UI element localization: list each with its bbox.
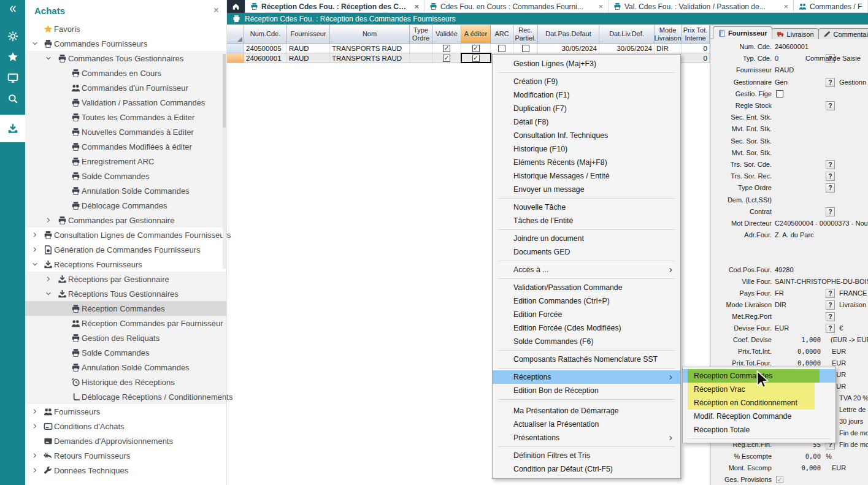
tab-home[interactable] <box>227 0 245 13</box>
help-button[interactable]: ? <box>826 207 835 216</box>
cell-dat-liv-def[interactable]: 30/05/2024 <box>599 44 655 53</box>
chevron-right-icon[interactable] <box>44 216 53 224</box>
sidebar-item-historique-des-receptions[interactable]: Historique des Réceptions <box>25 375 226 389</box>
help-button[interactable]: ? <box>826 101 835 110</box>
menu-item-actualiser-la-presentation[interactable]: Actualiser la Présentation <box>493 418 680 431</box>
cell-validee[interactable]: ✓ <box>432 53 461 63</box>
column-header-prix-tot-interne[interactable]: Prix Tot. Interne <box>682 25 710 44</box>
menu-item-receptions[interactable]: Réceptions <box>493 370 680 384</box>
column-header-dat-pas-defaut[interactable]: Dat.Pas.Defaut <box>538 25 599 44</box>
menu-item-modification-f1[interactable]: Modification (F1) <box>493 88 680 102</box>
sidebar-item-generation-de-commandes-fournisseurs[interactable]: Génération de Commandes Fournisseurs <box>25 242 226 257</box>
menu-item-edition-forcee-cdes-modifiees[interactable]: Edition Forcée (Cdes Modifiées) <box>493 321 680 335</box>
menu-item-joindre-un-document[interactable]: Joindre un document <box>493 232 680 245</box>
sidebar-item-retours-fournisseurs[interactable]: Retours Fournisseurs <box>25 448 226 463</box>
sidebar-item-deblocage-receptions-conditionnements[interactable]: Déblocage Réceptions / Conditionnements <box>25 389 226 404</box>
checkbox-checked-gray[interactable]: ✓ <box>776 476 783 483</box>
row-selector[interactable] <box>227 44 244 53</box>
cell-mode-livraison[interactable]: DIR <box>655 44 682 53</box>
column-header-nom[interactable]: Nom <box>330 25 410 44</box>
sidebar-scrollbar[interactable] <box>223 54 226 269</box>
sidebar-item-nouvelles-commandes-a-editer[interactable]: Nouvelles Commandes à Editer <box>25 124 226 139</box>
cell-arc[interactable] <box>491 44 513 53</box>
sidebar-item-commandes-par-gestionnaire[interactable]: Commandes par Gestionnaire <box>25 213 226 227</box>
cell-a-editer[interactable]: ✓ <box>461 44 491 53</box>
panel-tab-commentai[interactable]: Commentai <box>818 28 868 39</box>
help-button[interactable]: ? <box>826 160 835 169</box>
chevron-right-icon[interactable] <box>44 275 53 283</box>
menu-item-composants-rattaches-nomenclature-sst[interactable]: Composants Rattachés Nomenclature SST <box>493 353 680 366</box>
rail-item-collapse-sidebar[interactable] <box>0 0 25 17</box>
tab-close-icon[interactable]: × <box>783 2 788 11</box>
submenu-item-reception-vrac[interactable]: Réception Vrac <box>683 383 835 396</box>
chevron-down-icon[interactable] <box>44 54 53 63</box>
help-button[interactable]: ? <box>826 324 835 333</box>
chevron-right-icon[interactable] <box>31 466 39 475</box>
column-header-validee[interactable]: Validée <box>432 25 461 44</box>
checkbox-checked[interactable]: ✓ <box>472 55 480 62</box>
menu-item-documents-ged[interactable]: Documents GED <box>493 245 680 259</box>
menu-item-presentations[interactable]: Présentations <box>493 431 680 445</box>
sidebar-item-annulation-solde-commandes[interactable]: Annulation Solde Commandes <box>25 360 226 375</box>
cell-nom[interactable]: TRANSPORTS RAUD <box>330 44 410 53</box>
sidebar-item-deblocage-commandes[interactable]: Déblocage Commandes <box>25 198 226 213</box>
menu-item-edition-bon-de-reception[interactable]: Edition Bon de Réception <box>493 384 680 397</box>
menu-item-duplication-f7[interactable]: Duplication (F7) <box>493 102 680 115</box>
sidebar-item-consultation-lignes-de-commandes-fournisseurs[interactable]: Consultation Lignes de Commandes Fournis… <box>25 227 226 242</box>
sidebar-item-receptions-tous-gestionnaires[interactable]: Réceptions Tous Gestionnaires <box>25 286 226 301</box>
cell-num-cde[interactable]: 240500005 <box>244 44 287 53</box>
cell-prix-tot-interne[interactable]: 0 <box>682 44 710 53</box>
sidebar-item-reception-commandes[interactable]: Réception Commandes <box>25 301 226 316</box>
menu-item-creation-f9[interactable]: Création (F9) <box>493 75 680 88</box>
menu-item-condition-par-defaut-ctrl-f5[interactable]: Condition par Défaut (Ctrl-F5) <box>493 462 680 476</box>
checkbox-unchecked[interactable] <box>498 45 505 52</box>
help-button[interactable]: ? <box>826 312 835 321</box>
sidebar-item-gestion-des-reliquats[interactable]: Gestion des Reliquats <box>25 330 226 345</box>
tab-close-icon[interactable]: × <box>598 2 603 11</box>
chevron-down-icon[interactable] <box>31 39 39 48</box>
sidebar-item-validation-passation-commandes[interactable]: Validation / Passation Commandes <box>25 95 226 110</box>
grid-corner-cell[interactable] <box>227 25 244 44</box>
rail-item-settings[interactable] <box>0 26 25 47</box>
sidebar-item-conditions-d-achats[interactable]: Conditions d'Achats <box>25 419 226 433</box>
sidebar-item-commandes-en-cours[interactable]: Commandes en Cours <box>25 66 226 80</box>
chevron-right-icon[interactable] <box>31 451 39 460</box>
cell-rec-partiel[interactable] <box>513 44 538 53</box>
sidebar-item-fournisseurs[interactable]: Fournisseurs <box>25 404 226 419</box>
menu-item-elements-recents-maj-f8[interactable]: Eléments Récents (Maj+F8) <box>493 156 680 169</box>
rail-item-favorites[interactable] <box>0 47 25 67</box>
help-button[interactable]: ? <box>826 183 835 193</box>
cell-a-editer[interactable]: ✓ <box>461 53 491 63</box>
cell-fournisseur[interactable]: RAUD <box>287 53 330 63</box>
tab-reception-cdes-fou-reception-des-co[interactable]: Réception Cdes Fou. : Réception des Co..… <box>245 0 424 13</box>
column-header-rec-partiel[interactable]: Rec. Partiel. <box>513 25 538 44</box>
menu-item-taches-de-l-entite[interactable]: Tâches de l'Entité <box>493 214 680 227</box>
sidebar-item-toutes-les-commandes-a-editer[interactable]: Toutes les Commandes à Editer <box>25 110 226 124</box>
tab-commandes-f[interactable]: Commandes / F <box>794 0 868 13</box>
sidebar-item-solde-commandes[interactable]: Solde Commandes <box>25 169 226 183</box>
help-button[interactable]: ? <box>826 78 835 87</box>
menu-item-solde-commandes-f6[interactable]: Solde Commandes (F6) <box>493 335 680 348</box>
menu-item-acces-a[interactable]: Accès à ... <box>493 263 680 277</box>
chevron-down-icon[interactable] <box>44 289 53 298</box>
sidebar-item-commandes-d-un-fournisseur[interactable]: Commandes d'un Fournisseur <box>25 80 226 95</box>
sidebar-item-commandes-fournisseurs[interactable]: Commandes Fournisseurs <box>25 36 226 51</box>
menu-item-consultation-inf-techniques[interactable]: Consultation Inf. Techniques <box>493 129 680 142</box>
menu-item-validation-passation-commande[interactable]: Validation/Passation Commande <box>493 281 680 294</box>
help-button[interactable]: ? <box>826 289 835 298</box>
submenu-item-reception-en-conditionnement[interactable]: Réception en Conditionnement <box>683 396 835 410</box>
chevron-right-icon[interactable] <box>31 245 39 254</box>
chevron-right-icon[interactable] <box>31 231 39 239</box>
help-button[interactable]: ? <box>826 300 835 310</box>
column-header-a-editer[interactable]: A éditer <box>461 25 491 44</box>
checkbox-checked[interactable]: ✓ <box>443 55 450 62</box>
chevron-down-icon[interactable] <box>31 260 39 269</box>
column-header-arc[interactable]: ARC <box>491 25 513 44</box>
menu-item-edition-commandes-ctrl-p[interactable]: Edition Commandes (Ctrl+P) <box>493 294 680 308</box>
scrollbar-thumb[interactable] <box>223 54 226 128</box>
menu-item-nouvelle-tache[interactable]: Nouvelle Tâche <box>493 200 680 214</box>
column-header-mode-livraison[interactable]: Mode Livraison <box>655 25 682 44</box>
column-header-num-cde[interactable]: Num.Cde. <box>244 25 287 44</box>
cell-prix-tot-interne[interactable]: 0 <box>682 53 710 63</box>
field-checkbox[interactable] <box>776 90 783 97</box>
